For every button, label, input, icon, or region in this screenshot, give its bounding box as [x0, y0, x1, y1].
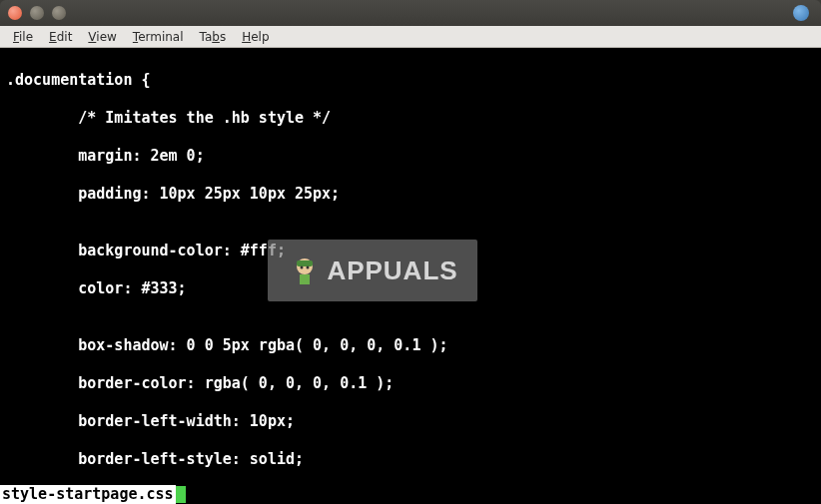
menu-tabs[interactable]: Tabs — [193, 28, 234, 46]
code-line: border-left-style: solid; — [6, 450, 815, 469]
svg-point-4 — [307, 266, 310, 269]
titlebar[interactable] — [0, 0, 821, 26]
svg-rect-1 — [297, 260, 313, 266]
watermark: APPUALS — [268, 240, 477, 301]
menu-help[interactable]: Help — [235, 28, 276, 46]
maximize-icon[interactable] — [52, 6, 66, 20]
minimize-icon[interactable] — [30, 6, 44, 20]
status-filename: style-startpage.css — [0, 485, 176, 504]
code-line: padding: 10px 25px 10px 25px; — [6, 185, 815, 204]
code-line: border-color: rgba( 0, 0, 0, 0.1 ); — [6, 374, 815, 393]
terminal-window: File Edit View Terminal Tabs Help .docum… — [0, 0, 821, 504]
watermark-text: APPUALS — [327, 261, 457, 280]
help-icon[interactable] — [793, 5, 809, 21]
code-line: border-left-width: 10px; — [6, 412, 815, 431]
menu-edit[interactable]: Edit — [42, 28, 79, 46]
code-line: .documentation { — [6, 71, 815, 90]
code-line: /* Imitates the .hb style */ — [6, 109, 815, 128]
menu-view[interactable]: View — [81, 28, 123, 46]
mascot-icon — [287, 252, 323, 288]
code-line: box-shadow: 0 0 5px rgba( 0, 0, 0, 0.1 )… — [6, 336, 815, 355]
menu-terminal[interactable]: Terminal — [126, 28, 191, 46]
svg-rect-2 — [300, 274, 310, 284]
cursor — [176, 486, 186, 503]
window-controls — [8, 6, 66, 20]
close-icon[interactable] — [8, 6, 22, 20]
status-line: style-startpage.css — [0, 485, 821, 504]
menubar: File Edit View Terminal Tabs Help — [0, 26, 821, 48]
code-line: margin: 2em 0; — [6, 147, 815, 166]
terminal-viewport[interactable]: .documentation { /* Imitates the .hb sty… — [0, 48, 821, 504]
menu-file[interactable]: File — [6, 28, 40, 46]
svg-point-3 — [301, 266, 304, 269]
